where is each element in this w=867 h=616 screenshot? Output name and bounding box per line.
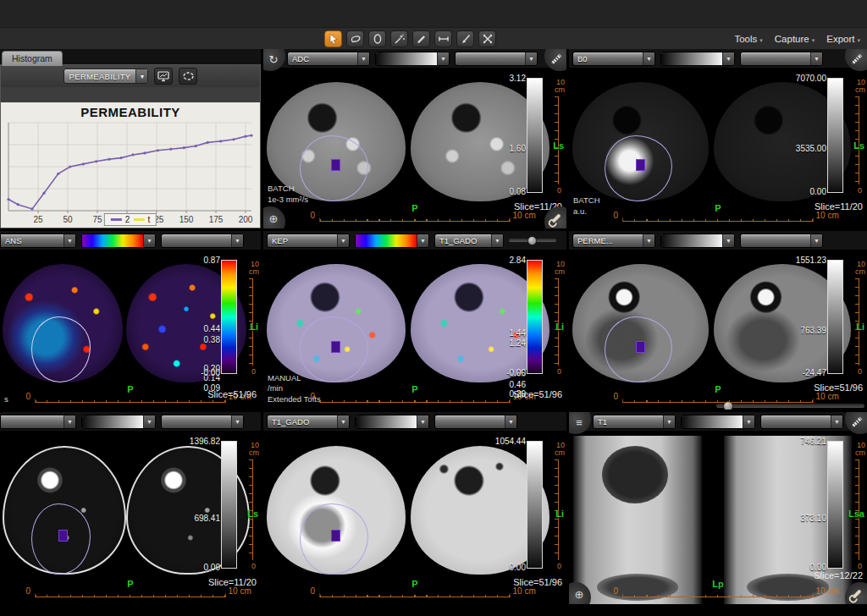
- colorbar-tick-label: 746.21: [800, 437, 826, 446]
- image-canvas[interactable]: 1396.82 698.41 0.00 10cm 0 Ls 010 cm P S…: [0, 431, 261, 604]
- colormap-dropdown[interactable]: ▼: [660, 234, 735, 248]
- overlay-select-dropdown[interactable]: ▼: [760, 415, 843, 429]
- viewport-header: T1▼ ▼ ▼: [569, 412, 867, 431]
- overlay-opacity-slider[interactable]: [509, 239, 556, 242]
- scale-label-bottom: 0: [858, 562, 862, 570]
- chevron-down-icon: ▼: [135, 69, 147, 83]
- overlay-select-dropdown[interactable]: ▼: [434, 415, 517, 429]
- chart-legend: 2 t: [104, 213, 157, 226]
- freehand-roi-tool-icon[interactable]: [346, 30, 364, 47]
- map-select-dropdown[interactable]: KEP▼: [267, 234, 350, 248]
- chevron-down-icon: ▼: [417, 234, 428, 247]
- slice-scroll-slider[interactable]: [716, 404, 864, 408]
- chevron-down-icon: ▼: [643, 52, 654, 65]
- image-canvas[interactable]: 746.21 373.10 0.00 10cm 0 Lsa 010 cm Lp …: [569, 431, 867, 604]
- colorbar-tick-label: 1054.44: [495, 437, 526, 446]
- colorbar-tick-label: 0.00: [810, 187, 826, 196]
- delete-roi-tool-icon[interactable]: [478, 30, 496, 47]
- overlay-select-dropdown[interactable]: ▼: [740, 234, 823, 248]
- colormap-dropdown[interactable]: ▼: [681, 415, 755, 429]
- chevron-down-icon: ▼: [357, 52, 369, 65]
- image-canvas[interactable]: 1551.23 763.39 -24.47 10cm 0 Li 010 cm P…: [569, 250, 867, 410]
- grayscale-colormap-swatch: [356, 415, 417, 428]
- rainbow-colormap-swatch: [356, 234, 417, 247]
- horizontal-scale-ruler: 010 cm: [36, 591, 226, 597]
- image-canvas[interactable]: 0.87 0.44 0.38 0.20 0.14 0.09 -0.00 10cm…: [0, 250, 261, 410]
- viewport-b0: B0▼ ▼ ▼ 7070.00 3535.00 0.00 10cm 0 Ls B…: [569, 49, 867, 228]
- orientation-side-label: Li: [555, 322, 564, 332]
- map-select-dropdown[interactable]: B0▼: [572, 52, 655, 66]
- viewport-header: T1_GADO▼ ▼ ▼: [263, 412, 566, 431]
- horizontal-scale-ruler: 010 cm: [320, 591, 511, 597]
- chevron-down-icon: ▼: [643, 234, 654, 247]
- colormap-dropdown[interactable]: ▼: [355, 415, 429, 429]
- map-select-dropdown[interactable]: PERME...▼: [572, 234, 655, 248]
- map-select-dropdown[interactable]: ▼: [0, 415, 76, 429]
- viewport-adc: ADC▼ ▼ ▼ 3.12 1.60 0.08 10cm 0 Ls BATCH1…: [263, 49, 566, 228]
- map-select-dropdown[interactable]: ANS▼: [0, 234, 76, 248]
- chevron-down-icon: ▼: [143, 415, 155, 428]
- slice-indicator: Slice=51/96: [814, 382, 863, 393]
- overlay-select-dropdown[interactable]: ▼: [161, 234, 244, 248]
- tab-histogram[interactable]: Histogram: [2, 51, 63, 66]
- orientation-bottom-label: P: [411, 579, 417, 589]
- histogram-map-select[interactable]: PERMEABILITY ▼: [64, 69, 149, 84]
- legend-series-2-swatch: [111, 218, 122, 221]
- colormap-dropdown[interactable]: ▼: [375, 52, 450, 66]
- colormap-dropdown[interactable]: ▼: [355, 234, 429, 248]
- chevron-down-icon: ▼: [64, 234, 75, 247]
- chevron-down-icon: ▼: [337, 234, 349, 247]
- legend-series-2-label: 2: [125, 215, 130, 224]
- overlay-select-dropdown[interactable]: ▼: [161, 415, 244, 429]
- image-canvas[interactable]: 1054.44 0.00 10cm 0 Li 010 cm P Slice=51…: [263, 431, 566, 604]
- chevron-down-icon: ▼: [437, 52, 449, 65]
- ellipse-roi-tool-icon[interactable]: [368, 30, 386, 47]
- roi-seed-marker: [58, 530, 68, 542]
- scale-label-bottom: 0: [557, 186, 561, 195]
- image-canvas[interactable]: 3.12 1.60 0.08 10cm 0 Ls BATCH1e-3 mm²/s…: [263, 68, 566, 228]
- slider-knob[interactable]: [723, 401, 733, 410]
- colorbar-tick-label: 0.08: [510, 187, 526, 196]
- send-to-display-icon[interactable]: [154, 68, 173, 85]
- colorbar-tick-label: 1.24: [510, 338, 526, 347]
- slice-indicator: Slice=51/96: [513, 389, 562, 399]
- ruler-tool-icon[interactable]: [434, 30, 452, 47]
- legend-series-t-swatch: [133, 218, 144, 221]
- orientation-bottom-label: P: [715, 384, 721, 394]
- image-canvas[interactable]: 7070.00 3535.00 0.00 10cm 0 Ls BATCHa.u.…: [569, 68, 867, 228]
- colormap-dropdown[interactable]: ▼: [81, 415, 156, 429]
- colorbar-tick-label: 0.00: [204, 563, 220, 572]
- menu-tools[interactable]: Tools▾: [734, 34, 762, 44]
- overlay-select-dropdown[interactable]: T1_GADO▼: [434, 234, 504, 248]
- colorbar-tick-label: -0.00: [506, 368, 526, 377]
- slider-knob[interactable]: [527, 236, 537, 245]
- scale-label-top: 10cm: [555, 442, 565, 457]
- colormap-dropdown[interactable]: ▼: [81, 234, 156, 248]
- viewport-t1gado: T1_GADO▼ ▼ ▼ 1054.44 0.00 10cm 0 Li 010 …: [263, 412, 566, 604]
- pointer-tool-icon[interactable]: [324, 30, 342, 47]
- map-select-dropdown[interactable]: T1▼: [593, 415, 676, 429]
- image-canvas[interactable]: 2.84 1.44 1.24 0.65 0.46 0.29 -0.00 10cm…: [263, 250, 566, 410]
- menu-export[interactable]: Export▾: [826, 34, 860, 44]
- menu-capture[interactable]: Capture▾: [775, 34, 815, 44]
- map-select-dropdown[interactable]: T1_GADO▼: [267, 415, 350, 429]
- arrow-annotation-tool-icon[interactable]: [456, 30, 474, 47]
- scale-label-bottom: 0: [557, 367, 561, 376]
- colormap-dropdown[interactable]: ▼: [660, 52, 735, 66]
- chevron-down-icon: ▼: [810, 52, 822, 65]
- orientation-bottom-label: P: [715, 203, 721, 213]
- colorbar-tick-label: 763.39: [800, 325, 826, 334]
- grayscale-colormap-swatch: [682, 415, 743, 428]
- pencil-tool-icon[interactable]: [412, 30, 430, 47]
- overlay-select-dropdown[interactable]: ▼: [455, 52, 538, 66]
- magic-wand-tool-icon[interactable]: [390, 30, 408, 47]
- refresh-loop-icon[interactable]: [179, 68, 197, 85]
- viewport-header: ANS▼ ▼ ▼: [0, 231, 261, 250]
- roi-seed-marker: [636, 159, 645, 171]
- chevron-down-icon: ▼: [64, 415, 75, 428]
- scale-label-bottom: 0: [858, 186, 862, 195]
- grayscale-colormap-swatch: [661, 234, 722, 247]
- overlay-select-dropdown[interactable]: ▼: [740, 52, 823, 66]
- map-select-dropdown[interactable]: ADC▼: [287, 52, 370, 66]
- colorbar-tick-label: 1.44: [510, 328, 526, 338]
